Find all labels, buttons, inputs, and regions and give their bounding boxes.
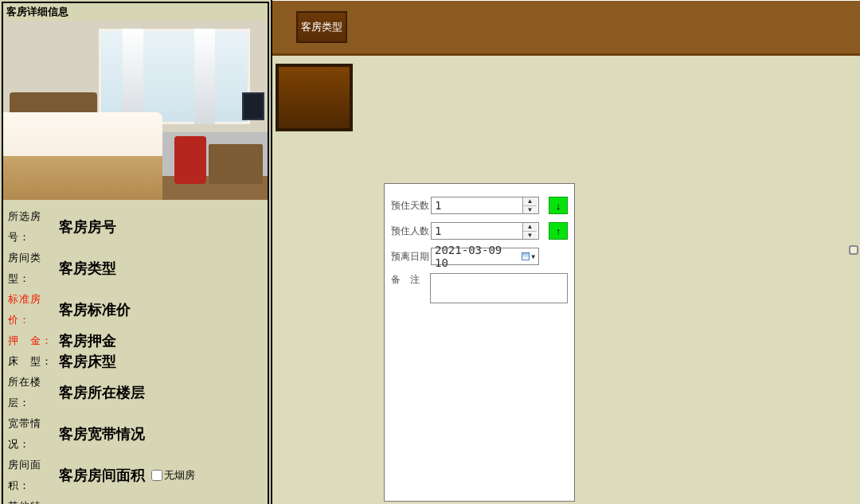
days-step-up-icon[interactable]: ▲ xyxy=(523,197,537,206)
days-input[interactable] xyxy=(432,197,522,213)
chevron-down-icon[interactable]: ▼ xyxy=(531,253,535,260)
days-down-button[interactable]: ↓ xyxy=(549,197,568,214)
people-input[interactable] xyxy=(432,223,522,239)
days-step-down-icon[interactable]: ▼ xyxy=(523,206,537,214)
top-bar: 客房类型 xyxy=(272,0,860,56)
value-deposit: 客房押金 xyxy=(59,330,116,351)
label-bed: 床 型： xyxy=(8,351,59,372)
label-room-no: 所选房号： xyxy=(8,206,59,248)
label-remark: 备 注 xyxy=(391,273,430,287)
days-spinbox[interactable]: ▲ ▼ xyxy=(431,197,539,214)
right-column: 客房类型 预住天数 ▲ ▼ ↓ 预住人数 xyxy=(272,0,860,504)
label-room-type: 房间类型： xyxy=(8,248,59,289)
checkout-date-picker[interactable]: 2021-03-09 10 ▼ xyxy=(431,248,539,265)
work-area: 预住天数 ▲ ▼ ↓ 预住人数 ▲ ▼ xyxy=(272,56,860,504)
value-bed: 客房床型 xyxy=(59,351,116,372)
room-photo xyxy=(3,21,268,200)
checkout-date-value: 2021-03-09 10 xyxy=(435,244,522,269)
label-days: 预住天数 xyxy=(391,199,431,213)
room-detail-panel: 客房详细信息 所选房号：客房房号 房间类型：客房类型 标准房价：客房标准价 押 … xyxy=(2,2,269,504)
label-other: 其他特色： xyxy=(8,496,59,504)
people-spinbox[interactable]: ▲ ▼ xyxy=(431,222,539,240)
value-band: 客房宽带情况 xyxy=(59,424,145,444)
room-detail-header: 客房详细信息 xyxy=(3,3,268,21)
label-deposit: 押 金： xyxy=(8,330,59,351)
room-type-button[interactable]: 客房类型 xyxy=(296,11,347,43)
room-detail-rows: 所选房号：客房房号 房间类型：客房类型 标准房价：客房标准价 押 金：客房押金 … xyxy=(3,200,268,504)
calendar-icon[interactable] xyxy=(522,252,530,260)
people-step-down-icon[interactable]: ▼ xyxy=(523,232,537,240)
people-step-up-icon[interactable]: ▲ xyxy=(523,223,537,232)
right-gutter xyxy=(842,56,860,504)
people-up-button[interactable]: ↑ xyxy=(549,222,568,240)
side-handle-icon[interactable] xyxy=(849,245,858,255)
label-people: 预住人数 xyxy=(391,225,431,238)
label-band: 宽带情况： xyxy=(8,413,59,455)
left-column: 客房详细信息 所选房号：客房房号 房间类型：客房类型 标准房价：客房标准价 押 … xyxy=(0,0,272,504)
label-area: 房间面积： xyxy=(8,455,59,496)
reservation-form: 预住天数 ▲ ▼ ↓ 预住人数 ▲ ▼ xyxy=(384,183,575,502)
value-area: 客房房间面积 xyxy=(59,465,145,486)
label-price: 标准房价： xyxy=(8,289,59,330)
label-checkout-date: 预离日期 xyxy=(391,250,431,264)
value-floor: 客房所在楼层 xyxy=(59,382,145,403)
remark-textarea[interactable] xyxy=(430,273,568,303)
value-price: 客房标准价 xyxy=(59,299,131,320)
value-room-type: 客房类型 xyxy=(59,258,116,279)
label-floor: 所在楼层： xyxy=(8,372,59,413)
nosmoke-checkbox-wrap[interactable]: 无烟房 xyxy=(151,465,195,486)
value-room-no: 客房房号 xyxy=(59,217,116,237)
nosmoke-label: 无烟房 xyxy=(164,465,195,486)
room-thumbnail[interactable] xyxy=(276,64,353,131)
nosmoke-checkbox[interactable] xyxy=(151,470,162,481)
